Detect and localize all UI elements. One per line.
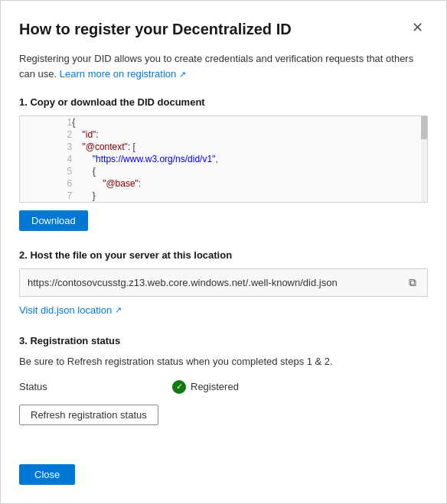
learn-more-link[interactable]: Learn more on registration (60, 68, 176, 80)
section3-title: 3. Registration status (19, 335, 428, 346)
visit-link-text: Visit did.json location (19, 304, 112, 316)
scrollbar-thumb[interactable] (421, 116, 427, 139)
modal: How to register your Decentralized ID ✕ … (0, 0, 447, 504)
line-num: 2 (20, 128, 72, 141)
line-code: "id": (72, 128, 427, 141)
modal-header: How to register your Decentralized ID ✕ (19, 19, 428, 39)
table-row: 5 { (20, 165, 427, 177)
copy-icon: ⧉ (409, 276, 416, 288)
status-row: Status ✓ Registered (19, 380, 428, 394)
line-code: "https://www.w3.org/ns/did/v1", (72, 153, 427, 165)
scrollbar[interactable] (421, 116, 427, 202)
table-row: 1 { (20, 116, 427, 128)
status-description: Be sure to Refresh registration status w… (19, 354, 428, 369)
line-num: 1 (20, 116, 72, 128)
code-block: 1 { 2 "id": 3 "@context": [ 4 "htt (19, 115, 428, 203)
modal-title: How to register your Decentralized ID (19, 19, 292, 39)
line-code: "@context": [ (72, 141, 427, 153)
table-row: 6 "@base": (20, 177, 427, 190)
status-label: Status (19, 381, 65, 392)
table-row: 7 } (20, 190, 427, 202)
checkmark-icon: ✓ (176, 382, 183, 392)
line-num: 4 (20, 153, 72, 165)
description-text: Registering your DID allows you to creat… (19, 51, 428, 81)
line-code: } (72, 190, 427, 202)
host-url-text: https://contosovcusstg.z13.web.core.wind… (28, 277, 406, 288)
line-code: { (72, 116, 427, 128)
code-table: 1 { 2 "id": 3 "@context": [ 4 "htt (20, 116, 427, 202)
line-code: "@base": (72, 177, 427, 190)
line-code: { (72, 165, 427, 177)
status-badge: ✓ Registered (172, 380, 239, 394)
line-num: 6 (20, 177, 72, 190)
section-host-file: 2. Host the file on your server at this … (19, 249, 428, 317)
table-row: 2 "id": (20, 128, 427, 141)
close-dialog-button[interactable]: Close (19, 464, 75, 485)
visit-link[interactable]: Visit did.json location ↗ (19, 304, 122, 316)
download-button[interactable]: Download (19, 210, 88, 231)
section-registration-status: 3. Registration status Be sure to Refres… (19, 335, 428, 425)
section2-title: 2. Host the file on your server at this … (19, 249, 428, 261)
line-num: 3 (20, 141, 72, 153)
line-num: 5 (20, 165, 72, 177)
section-copy-download: 1. Copy or download the DID document 1 {… (19, 96, 428, 231)
line-num: 7 (20, 190, 72, 202)
registered-icon: ✓ (172, 380, 186, 394)
status-value: Registered (191, 381, 239, 392)
refresh-registration-button[interactable]: Refresh registration status (19, 405, 158, 425)
external-link-icon: ↗ (179, 70, 186, 79)
table-row: 4 "https://www.w3.org/ns/did/v1", (20, 153, 427, 165)
copy-button[interactable]: ⧉ (406, 275, 419, 291)
url-container: https://contosovcusstg.z13.web.core.wind… (19, 268, 428, 297)
external-link-icon: ↗ (115, 305, 122, 315)
section1-title: 1. Copy or download the DID document (19, 96, 428, 108)
close-icon-button[interactable]: ✕ (407, 19, 428, 36)
table-row: 3 "@context": [ (20, 141, 427, 153)
modal-footer: Close (19, 452, 428, 485)
